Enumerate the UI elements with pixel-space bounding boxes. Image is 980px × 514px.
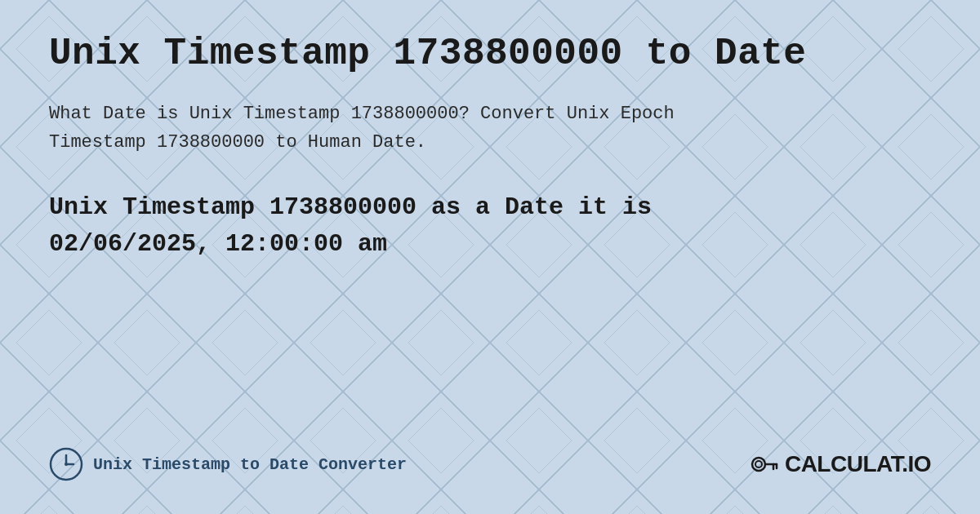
result-text: Unix Timestamp 1738800000 as a Date it i… [49, 189, 931, 263]
svg-point-9 [65, 463, 68, 466]
footer-converter-link[interactable]: Unix Timestamp to Date Converter [93, 455, 407, 474]
svg-point-10 [752, 458, 765, 471]
result-line1: Unix Timestamp 1738800000 as a Date it i… [49, 189, 931, 226]
page-title: Unix Timestamp 1738800000 to Date [49, 33, 931, 75]
logo: CALCULAT.IO [749, 450, 931, 479]
description-text: What Date is Unix Timestamp 1738800000? … [49, 100, 931, 157]
logo-text: CALCULAT.IO [785, 451, 931, 477]
svg-point-11 [755, 461, 762, 467]
description-line2: Timestamp 1738800000 to Human Date. [49, 132, 426, 153]
clock-icon [49, 447, 83, 481]
description-line1: What Date is Unix Timestamp 1738800000? … [49, 104, 675, 124]
footer: Unix Timestamp to Date Converter CALCULA… [49, 439, 931, 481]
footer-left: Unix Timestamp to Date Converter [49, 447, 407, 481]
logo-icon [749, 450, 778, 479]
result-line2: 02/06/2025, 12:00:00 am [49, 226, 931, 263]
